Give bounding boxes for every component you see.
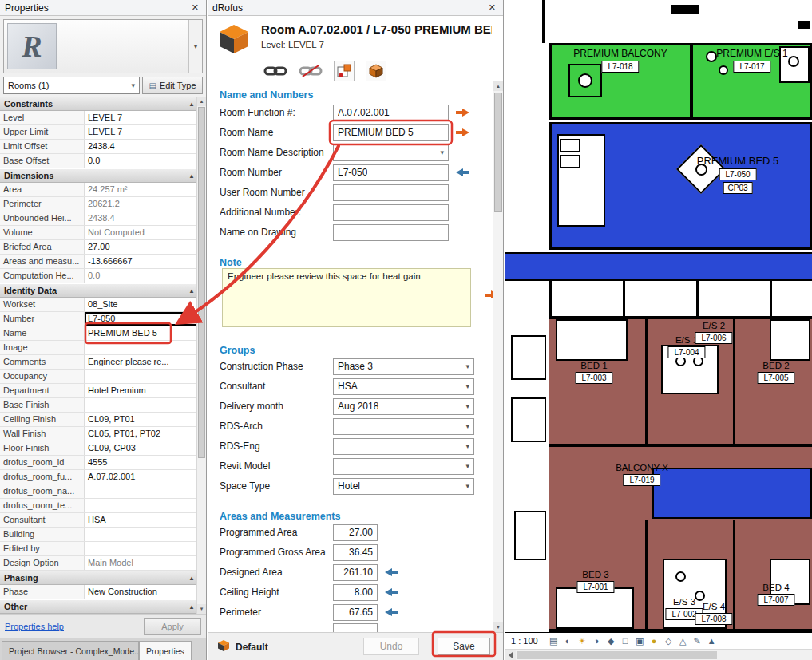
property-value[interactable]	[85, 370, 197, 383]
scroll-down-icon[interactable]: ▾	[197, 604, 206, 614]
visual-style-icon[interactable]: ◐	[562, 635, 574, 647]
corridor-band-blue[interactable]	[505, 252, 812, 281]
property-value[interactable]: LEVEL 7	[85, 111, 197, 124]
push-to-drofus-icon[interactable]	[456, 128, 469, 137]
sync-settings-icon[interactable]	[334, 61, 355, 81]
open-in-drofus-icon[interactable]	[366, 61, 386, 81]
input-programmed-gross-area[interactable]: 36.45	[333, 544, 378, 561]
crop-region-icon[interactable]: ▣	[634, 635, 646, 647]
collapse-icon[interactable]: ▴	[190, 603, 193, 611]
properties-help-link[interactable]: Properties help	[5, 622, 64, 631]
scroll-thumb[interactable]	[494, 93, 502, 212]
select-delivery-month[interactable]: Aug 2018▾	[333, 398, 474, 415]
close-icon[interactable]: ✕	[189, 2, 201, 13]
property-value[interactable]	[85, 499, 197, 512]
property-value[interactable]: 24.257 m²	[85, 183, 197, 196]
property-value[interactable]: CL09, PT01	[85, 413, 197, 426]
property-value[interactable]	[85, 528, 197, 541]
input-programmed-area[interactable]: 27.00	[333, 524, 378, 541]
section-header-constraints[interactable]: Constraints▴	[0, 97, 197, 111]
reveal-hidden-icon[interactable]: ●	[648, 635, 660, 647]
section-header-dimensions[interactable]: Dimensions▴	[0, 168, 197, 183]
input-additional-number[interactable]	[333, 204, 449, 221]
apply-button[interactable]: Apply	[144, 618, 201, 635]
tab-properties[interactable]: Properties	[139, 641, 192, 660]
scroll-left-icon[interactable]	[505, 650, 516, 660]
property-value[interactable]	[85, 484, 197, 498]
property-value[interactable]: 0.0	[85, 269, 197, 283]
input-user-room-number[interactable]	[333, 184, 449, 201]
category-dropdown[interactable]: Rooms (1) ▾	[3, 77, 140, 94]
property-value[interactable]: 2438.4	[85, 211, 197, 225]
property-value[interactable]	[85, 398, 197, 412]
collapse-icon[interactable]: ▴	[190, 101, 193, 108]
section-header-other[interactable]: Other▴	[0, 599, 197, 614]
property-value[interactable]: L7-050	[85, 312, 197, 326]
input-room-number[interactable]: L7-050	[333, 164, 449, 181]
chevron-down-icon[interactable]: ▾	[188, 20, 202, 73]
shadows-icon[interactable]: ◑	[591, 635, 603, 647]
unlink-icon[interactable]	[299, 64, 323, 78]
pull-from-revit-icon[interactable]	[385, 588, 398, 597]
floor-plan[interactable]: PREMIUM BALCONYL7-018PREMIUM E/S 1L7-017…	[505, 0, 812, 633]
collapse-icon[interactable]: ▴	[190, 575, 193, 582]
plan-scroll-thumb[interactable]	[517, 651, 717, 659]
property-value[interactable]: CL05, PT01, PT02	[85, 427, 197, 441]
select-construction-phase[interactable]: Phase 3▾	[333, 358, 474, 375]
pull-from-revit-icon[interactable]	[385, 608, 398, 617]
close-icon[interactable]: ✕	[486, 2, 498, 13]
property-value[interactable]	[85, 341, 197, 354]
plan-horizontal-scrollbar[interactable]	[505, 649, 812, 660]
edit-type-button[interactable]: ▤ Edit Type	[142, 77, 203, 94]
note-field[interactable]: Engineer please review this space for he…	[222, 268, 471, 327]
context-selector[interactable]: Default	[217, 639, 268, 654]
property-value[interactable]: 08_Site	[85, 298, 197, 311]
property-value[interactable]: 2438.4	[85, 140, 197, 153]
property-value[interactable]	[85, 542, 197, 555]
rendering-icon[interactable]: ◆	[605, 635, 617, 647]
undo-button[interactable]: Undo	[363, 638, 419, 655]
property-value[interactable]: PREMIUM BED 5	[85, 326, 197, 340]
property-value[interactable]: 20621.2	[85, 197, 197, 211]
property-value[interactable]: -13.666667	[85, 255, 197, 268]
property-value[interactable]: Main Model	[85, 556, 197, 570]
property-value[interactable]: 0.0	[85, 154, 197, 168]
section-header-phasing[interactable]: Phasing▴	[0, 571, 197, 585]
input-designed-area[interactable]: 261.10	[333, 564, 378, 581]
drofus-scrollbar[interactable]: ▴ ▾	[493, 81, 503, 632]
select-revit-model[interactable]: ▾	[333, 458, 474, 475]
pull-from-revit-icon[interactable]	[385, 568, 398, 577]
input-room-function[interactable]: A.07.02.001	[333, 105, 449, 121]
sun-path-icon[interactable]: ☀	[576, 635, 588, 647]
select-consultant[interactable]: HSA▾	[333, 378, 474, 395]
worksharing-icon[interactable]: ▲	[706, 635, 718, 647]
properties-scrollbar[interactable]: ▴ ▾	[196, 97, 206, 614]
corridor-band-blue-2[interactable]	[652, 468, 812, 519]
analytical-model-icon[interactable]: △	[677, 635, 689, 647]
scroll-up-icon[interactable]: ▴	[197, 97, 206, 106]
property-value[interactable]: HSA	[85, 513, 197, 527]
input-name-on-drawing[interactable]	[333, 224, 449, 241]
push-to-drofus-icon[interactable]	[456, 109, 469, 117]
constraints-icon[interactable]: ✎	[691, 635, 703, 647]
crop-view-icon[interactable]: □	[620, 635, 632, 647]
property-value[interactable]: LEVEL 7	[85, 125, 197, 139]
select-space-type[interactable]: Hotel▾	[333, 478, 474, 495]
collapse-icon[interactable]: ▴	[190, 172, 193, 180]
property-value[interactable]: Not Computed	[85, 226, 197, 239]
collapse-icon[interactable]: ▴	[190, 287, 193, 294]
property-value[interactable]: Hotel Premium	[85, 384, 197, 397]
property-value[interactable]: Engineer please re...	[85, 355, 197, 369]
select-room-name-description[interactable]: ▾	[333, 144, 449, 161]
property-value[interactable]: New Construction	[85, 585, 197, 599]
select-rds-eng[interactable]: ▾	[333, 438, 474, 455]
property-value[interactable]: 4555	[85, 456, 197, 469]
select-rds-arch[interactable]: ▾	[333, 418, 474, 435]
scroll-down-icon[interactable]: ▾	[493, 622, 503, 632]
property-value[interactable]: CL09, CP03	[85, 441, 197, 455]
link-icon[interactable]	[263, 64, 287, 78]
pull-from-revit-icon[interactable]	[456, 168, 469, 177]
detail-level-icon[interactable]: ▤	[548, 635, 560, 647]
type-selector[interactable]: R ▾	[3, 19, 203, 73]
scroll-thumb[interactable]	[198, 107, 205, 458]
